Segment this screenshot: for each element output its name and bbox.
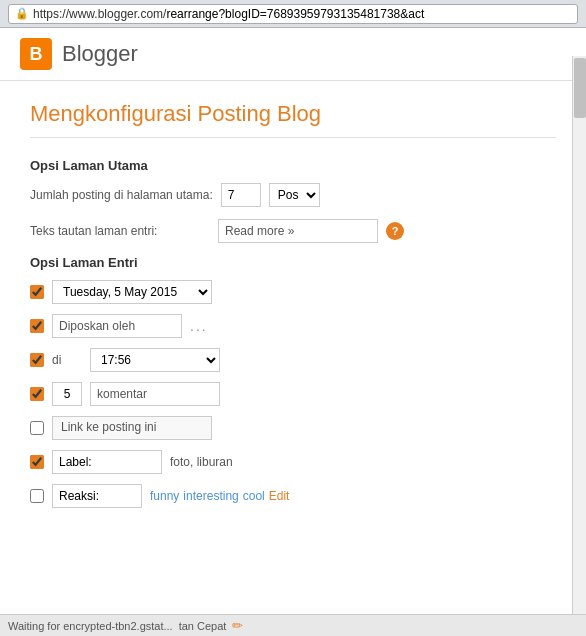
opsi-entri-header: Opsi Laman Entri <box>30 255 556 270</box>
link-field: Link ke posting ini <box>52 416 212 440</box>
url-highlight: rearrange?blogID=76893959793135481738&ac… <box>166 7 424 21</box>
pencil-icon: ✏ <box>232 618 243 633</box>
logo-letter: B <box>30 44 43 65</box>
edit-link[interactable]: Edit <box>269 489 290 503</box>
komentar-input[interactable] <box>90 382 220 406</box>
browser-bar: 🔒 https://www.blogger.com/rearrange?blog… <box>0 0 586 28</box>
blogger-title: Blogger <box>62 41 138 67</box>
url-text: https://www.blogger.com/rearrange?blogID… <box>33 7 571 21</box>
reaction-interesting-link[interactable]: interesting <box>183 489 238 503</box>
posted-by-input[interactable] <box>52 314 182 338</box>
posting-number-input[interactable] <box>221 183 261 207</box>
time-checkbox[interactable] <box>30 353 44 367</box>
blogger-logo: B <box>20 38 52 70</box>
posting-type-select[interactable]: Pos <box>269 183 320 207</box>
di-label: di <box>52 353 82 367</box>
time-row: di 17:56 <box>30 348 556 372</box>
status-bar: Waiting for encrypted-tbn2.gstat... tan … <box>0 614 586 636</box>
reaction-cool-link[interactable]: cool <box>243 489 265 503</box>
link-row: Link ke posting ini <box>30 416 556 440</box>
blogger-header: B Blogger <box>0 28 586 81</box>
scrollbar-thumb[interactable] <box>574 58 586 118</box>
teks-label: Teks tautan laman entri: <box>30 224 210 238</box>
label-row: foto, liburan <box>30 450 556 474</box>
label-input[interactable] <box>52 450 162 474</box>
help-symbol: ? <box>392 225 399 237</box>
label-checkbox[interactable] <box>30 455 44 469</box>
comments-row <box>30 382 556 406</box>
main-area: Mengkonfigurasi Posting Blog Opsi Laman … <box>0 81 586 538</box>
page-title: Mengkonfigurasi Posting Blog <box>30 101 556 138</box>
status-suffix: tan Cepat <box>179 620 227 632</box>
scrollbar[interactable] <box>572 56 586 636</box>
reaksi-row: funny interesting cool Edit <box>30 484 556 508</box>
posting-label: Jumlah posting di halaman utama: <box>30 188 213 202</box>
dots-label: ... <box>190 318 208 334</box>
posted-by-checkbox[interactable] <box>30 319 44 333</box>
url-prefix: https://www.blogger.com/ <box>33 7 166 21</box>
link-label: Link ke posting ini <box>61 420 156 434</box>
teks-row: Teks tautan laman entri: ? <box>30 219 556 243</box>
opsi-utama-header: Opsi Laman Utama <box>30 158 556 173</box>
lock-icon: 🔒 <box>15 7 29 20</box>
page-content: B Blogger Mengkonfigurasi Posting Blog O… <box>0 28 586 628</box>
comments-checkbox[interactable] <box>30 387 44 401</box>
reaksi-checkbox[interactable] <box>30 489 44 503</box>
reaction-tags: funny interesting cool Edit <box>150 489 289 503</box>
date-checkbox[interactable] <box>30 285 44 299</box>
date-select[interactable]: Tuesday, 5 May 2015 <box>52 280 212 304</box>
label-value: foto, liburan <box>170 455 233 469</box>
posting-row: Jumlah posting di halaman utama: Pos <box>30 183 556 207</box>
help-icon[interactable]: ? <box>386 222 404 240</box>
link-checkbox[interactable] <box>30 421 44 435</box>
time-select[interactable]: 17:56 <box>90 348 220 372</box>
reaction-funny-link[interactable]: funny <box>150 489 179 503</box>
teks-input[interactable] <box>218 219 378 243</box>
posted-by-row: ... <box>30 314 556 338</box>
status-text: Waiting for encrypted-tbn2.gstat... <box>8 620 173 632</box>
reaksi-input[interactable] <box>52 484 142 508</box>
comments-number-input[interactable] <box>52 382 82 406</box>
date-row: Tuesday, 5 May 2015 <box>30 280 556 304</box>
url-bar[interactable]: 🔒 https://www.blogger.com/rearrange?blog… <box>8 4 578 24</box>
